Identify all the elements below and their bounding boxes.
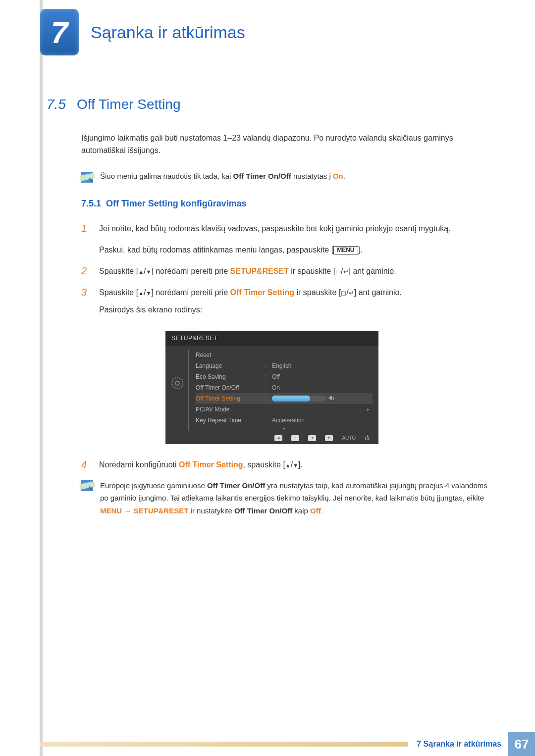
osd-footer: ◂ − + ↵ AUTO ⏻	[165, 433, 378, 442]
section-number: 7.5	[47, 97, 66, 112]
osd-row-offtimer-onoff: Off Timer On/Off : On	[196, 382, 373, 393]
subsection-heading: 7.5.1 Off Timer Setting konfigūravimas	[81, 199, 497, 209]
s4-mid: , spauskite [	[243, 460, 285, 469]
n2-arrow: →	[122, 506, 133, 515]
osd-value: Off	[272, 373, 280, 380]
triangle-up-icon	[285, 460, 291, 469]
menu-button-icon: MENU	[333, 246, 358, 255]
osd-nav-icon: +	[308, 435, 316, 441]
s2-mid1: ] norėdami pereiti prie	[151, 267, 230, 275]
return-icon	[349, 288, 354, 297]
osd-label: Key Repeat Time	[196, 417, 265, 424]
footer-page-number: 67	[508, 732, 535, 756]
subsection-number: 7.5.1	[81, 199, 101, 208]
footer-divider-bar	[40, 742, 408, 747]
osd-nav-icon: ◂	[274, 435, 282, 441]
triangle-up-icon	[138, 288, 144, 297]
osd-screenshot: SETUP&RESET Reset Language : English Eco…	[165, 331, 378, 444]
s4-post: ].	[298, 460, 303, 469]
page-footer: 7 Sąranka ir atkūrimas 67	[0, 732, 535, 756]
s3-pre: Spauskite [	[99, 288, 138, 297]
n2-t1: Europoje įsigytuose gaminiuose	[100, 481, 207, 490]
osd-value: Acceleration	[272, 417, 305, 424]
osd-nav-icon: −	[291, 435, 299, 441]
step-3-text: Spauskite [/] norėdami pereiti prie Off …	[99, 286, 402, 316]
left-margin-bar	[40, 0, 43, 756]
s3-mid1: ] norėdami pereiti prie	[151, 288, 230, 297]
osd-colon: :	[265, 384, 272, 391]
s3-highlight: Off Timer Setting	[230, 288, 295, 297]
step-1: 1 Jei norite, kad būtų rodomas klavišų v…	[81, 222, 497, 235]
osd-colon: :	[265, 362, 272, 369]
osd-slider	[272, 396, 326, 402]
osd-label: PC/AV Mode	[196, 406, 265, 413]
n2-t4: kaip	[292, 506, 310, 515]
step-2: 2 Spauskite [/] norėdami pereiti prie SE…	[81, 264, 497, 278]
osd-row-language: Language : English	[196, 360, 373, 371]
note1-pre: Šiuo meniu galima naudotis tik tada, kai	[100, 172, 233, 180]
step-number: 2	[81, 264, 90, 278]
chapter-header: 7 Sąranka ir atkūrimas	[40, 9, 245, 55]
s4-highlight: Off Timer Setting	[179, 460, 243, 469]
triangle-down-icon	[146, 267, 152, 275]
chevron-right-icon: ▸	[367, 406, 373, 412]
note-icon	[81, 172, 93, 183]
chapter-title: Sąranka ir atkūrimas	[91, 23, 245, 42]
osd-body: Reset Language : English Eco Saving : Of…	[165, 346, 378, 433]
square-icon	[341, 288, 346, 297]
osd-label: Off Timer On/Off	[196, 384, 265, 391]
osd-row-reset: Reset	[196, 350, 373, 360]
s3-post: ] ant gaminio.	[354, 288, 402, 297]
n2-h4: Off Timer On/Off	[234, 506, 292, 515]
osd-list: Reset Language : English Eco Saving : Of…	[188, 350, 373, 431]
note-icon	[81, 480, 93, 491]
osd-label: Off Timer Setting	[196, 395, 265, 402]
osd-slider-value: 4h	[328, 396, 334, 401]
osd-label: Reset	[196, 352, 265, 358]
note-block-2: Europoje įsigytuose gaminiuose Off Timer…	[81, 479, 497, 517]
subsection-title: Off Timer Setting konfigūravimas	[106, 199, 247, 208]
note1-bold2: On	[333, 172, 343, 180]
osd-value: On	[272, 384, 280, 391]
step-3: 3 Spauskite [/] norėdami pereiti prie Of…	[81, 286, 497, 316]
s1-sub-pre: Paskui, kad būtų rodomas atitinkamas men…	[99, 246, 333, 254]
section-heading: 7.5 Off Timer Setting	[47, 97, 497, 112]
n2-h1: Off Timer On/Off	[207, 481, 265, 490]
s3-mid2: ir spauskite [	[294, 288, 341, 297]
osd-colon: :	[265, 373, 272, 380]
triangle-down-icon	[293, 460, 298, 469]
page-content: 7.5 Off Timer Setting Išjungimo laikmati…	[47, 97, 497, 533]
osd-row-offtimer-setting: Off Timer Setting : 4h	[196, 393, 373, 404]
intro-paragraph: Išjungimo laikmatis gali būti nustatomas…	[81, 132, 497, 157]
osd-label: Language	[196, 362, 265, 369]
osd-colon: :	[265, 406, 272, 413]
square-icon	[335, 267, 341, 275]
osd-auto-label: AUTO	[342, 435, 356, 441]
osd-nav-icon: ↵	[325, 435, 333, 441]
footer-chapter-label: 7 Sąranka ir atkūrimas	[408, 740, 508, 749]
note-text-1: Šiuo meniu galima naudotis tik tada, kai…	[100, 171, 345, 182]
s3-sub: Pasirodys šis ekrano rodinys:	[99, 303, 402, 316]
n2-t3: ir nustatykite	[188, 506, 234, 515]
triangle-up-icon	[138, 267, 144, 275]
osd-value: English	[272, 362, 291, 369]
chapter-number-badge: 7	[40, 9, 79, 55]
s2-highlight: SETUP&RESET	[230, 267, 289, 275]
step-number: 1	[81, 222, 90, 235]
osd-colon: :	[265, 417, 272, 424]
n2-h2: MENU	[100, 506, 122, 515]
note1-mid: nustatytas į	[291, 172, 333, 180]
note-text-2: Europoje įsigytuose gaminiuose Off Timer…	[100, 479, 497, 517]
step-4-text: Norėdami konfigūruoti Off Timer Setting,…	[99, 458, 303, 471]
n2-h5: Off	[310, 506, 321, 515]
n2-h3: SETUP&RESET	[134, 506, 189, 515]
osd-colon: :	[265, 395, 272, 402]
note-block-1: Šiuo meniu galima naudotis tik tada, kai…	[81, 171, 497, 183]
osd-row-pcav: PC/AV Mode : ▸	[196, 404, 373, 415]
osd-row-keyrepeat: Key Repeat Time : Acceleration	[196, 415, 373, 426]
step-number: 4	[81, 458, 90, 471]
osd-label: Eco Saving	[196, 373, 265, 380]
s1-sub-post: ].	[358, 246, 363, 254]
gear-icon	[171, 377, 183, 389]
step-1-text: Jei norite, kad būtų rodomas klavišų vad…	[99, 222, 451, 235]
